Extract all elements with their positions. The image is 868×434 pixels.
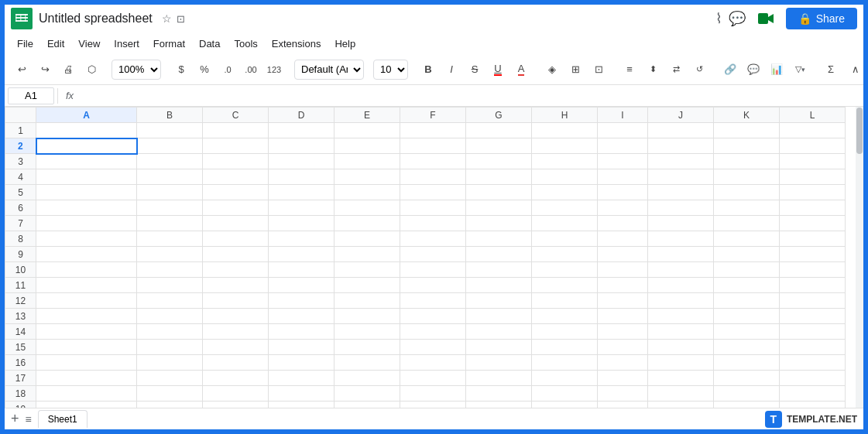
cell-K11[interactable] bbox=[714, 278, 780, 293]
cell-J4[interactable] bbox=[648, 169, 714, 185]
cell-D3[interactable] bbox=[269, 154, 335, 169]
row-header-9[interactable]: 9 bbox=[5, 247, 36, 262]
cell-L2[interactable] bbox=[780, 138, 846, 154]
link-button[interactable]: 🔗 bbox=[719, 59, 741, 80]
cell-I4[interactable] bbox=[598, 169, 648, 185]
zoom-select[interactable]: 100% 75% 50% 125% 150% bbox=[112, 60, 161, 80]
cell-H5[interactable] bbox=[532, 185, 598, 200]
row-header-16[interactable]: 16 bbox=[5, 355, 36, 371]
menu-tools[interactable]: Tools bbox=[228, 36, 263, 52]
cell-G5[interactable] bbox=[466, 185, 532, 200]
cell-G8[interactable] bbox=[466, 231, 532, 247]
cell-D5[interactable] bbox=[269, 185, 335, 200]
cell-H4[interactable] bbox=[532, 169, 598, 185]
cell-L17[interactable] bbox=[780, 371, 846, 386]
menu-help[interactable]: Help bbox=[328, 36, 362, 52]
cell-H7[interactable] bbox=[532, 216, 598, 231]
cell-G9[interactable] bbox=[466, 247, 532, 262]
cell-B2[interactable] bbox=[137, 138, 203, 154]
trend-icon[interactable]: ⌇ bbox=[715, 10, 722, 27]
cell-L14[interactable] bbox=[780, 324, 846, 340]
cell-D4[interactable] bbox=[269, 169, 335, 185]
cell-L1[interactable] bbox=[780, 123, 846, 138]
cell-J6[interactable] bbox=[648, 200, 714, 216]
cell-E13[interactable] bbox=[335, 309, 400, 324]
cell-F12[interactable] bbox=[400, 293, 466, 309]
cell-D11[interactable] bbox=[269, 278, 335, 293]
cell-C1[interactable] bbox=[203, 123, 269, 138]
cell-L11[interactable] bbox=[780, 278, 846, 293]
italic-button[interactable]: I bbox=[441, 59, 462, 80]
cell-L5[interactable] bbox=[780, 185, 846, 200]
cell-I1[interactable] bbox=[598, 123, 648, 138]
cell-L15[interactable] bbox=[780, 340, 846, 355]
cell-L19[interactable] bbox=[780, 402, 846, 408]
cell-K2[interactable] bbox=[714, 138, 780, 154]
cell-E12[interactable] bbox=[335, 293, 400, 309]
fill-color-button[interactable]: ◈ bbox=[541, 59, 563, 80]
cell-C11[interactable] bbox=[203, 278, 269, 293]
cell-J9[interactable] bbox=[648, 247, 714, 262]
font-select[interactable]: Default (Ari... Arial Times New Roman bbox=[294, 60, 364, 80]
row-header-2[interactable]: 2 bbox=[5, 138, 36, 154]
col-header-F[interactable]: F bbox=[400, 108, 466, 123]
cell-I3[interactable] bbox=[598, 154, 648, 169]
cell-G7[interactable] bbox=[466, 216, 532, 231]
cell-C12[interactable] bbox=[203, 293, 269, 309]
cell-G18[interactable] bbox=[466, 386, 532, 402]
cell-F1[interactable] bbox=[400, 123, 466, 138]
cell-A11[interactable] bbox=[36, 278, 137, 293]
cell-H6[interactable] bbox=[532, 200, 598, 216]
cell-A10[interactable] bbox=[36, 262, 137, 278]
cell-G1[interactable] bbox=[466, 123, 532, 138]
cell-C15[interactable] bbox=[203, 340, 269, 355]
cell-D19[interactable] bbox=[269, 402, 335, 408]
row-header-10[interactable]: 10 bbox=[5, 262, 36, 278]
cell-K1[interactable] bbox=[714, 123, 780, 138]
col-header-J[interactable]: J bbox=[648, 108, 714, 123]
meet-button[interactable] bbox=[752, 5, 780, 32]
cell-A14[interactable] bbox=[36, 324, 137, 340]
cell-J17[interactable] bbox=[648, 371, 714, 386]
underline-button[interactable]: U bbox=[487, 59, 509, 80]
cell-D6[interactable] bbox=[269, 200, 335, 216]
cell-I8[interactable] bbox=[598, 231, 648, 247]
cell-D8[interactable] bbox=[269, 231, 335, 247]
cell-K4[interactable] bbox=[714, 169, 780, 185]
cell-A7[interactable] bbox=[36, 216, 137, 231]
cell-F3[interactable] bbox=[400, 154, 466, 169]
cell-B9[interactable] bbox=[137, 247, 203, 262]
cell-J5[interactable] bbox=[648, 185, 714, 200]
cell-J15[interactable] bbox=[648, 340, 714, 355]
col-header-D[interactable]: D bbox=[269, 108, 335, 123]
cell-B11[interactable] bbox=[137, 278, 203, 293]
cell-E14[interactable] bbox=[335, 324, 400, 340]
cell-B8[interactable] bbox=[137, 231, 203, 247]
cell-L7[interactable] bbox=[780, 216, 846, 231]
filter-button[interactable]: ▽ ▾ bbox=[789, 59, 811, 80]
cell-F16[interactable] bbox=[400, 355, 466, 371]
cell-D9[interactable] bbox=[269, 247, 335, 262]
dec1-button[interactable]: .0 bbox=[217, 59, 238, 80]
cell-K17[interactable] bbox=[714, 371, 780, 386]
cell-J11[interactable] bbox=[648, 278, 714, 293]
menu-extensions[interactable]: Extensions bbox=[266, 36, 328, 52]
cell-A5[interactable] bbox=[36, 185, 137, 200]
cell-G15[interactable] bbox=[466, 340, 532, 355]
cell-K5[interactable] bbox=[714, 185, 780, 200]
cell-C14[interactable] bbox=[203, 324, 269, 340]
collapse-button[interactable]: ∧ bbox=[845, 59, 863, 80]
col-header-B[interactable]: B bbox=[137, 108, 203, 123]
row-header-12[interactable]: 12 bbox=[5, 293, 36, 309]
cell-G4[interactable] bbox=[466, 169, 532, 185]
cell-I15[interactable] bbox=[598, 340, 648, 355]
borders-button[interactable]: ⊞ bbox=[564, 59, 586, 80]
cell-E7[interactable] bbox=[335, 216, 400, 231]
menu-insert[interactable]: Insert bbox=[108, 36, 146, 52]
cell-B18[interactable] bbox=[137, 386, 203, 402]
cell-J10[interactable] bbox=[648, 262, 714, 278]
cell-A12[interactable] bbox=[36, 293, 137, 309]
cell-B7[interactable] bbox=[137, 216, 203, 231]
cell-I19[interactable] bbox=[598, 402, 648, 408]
cell-I10[interactable] bbox=[598, 262, 648, 278]
